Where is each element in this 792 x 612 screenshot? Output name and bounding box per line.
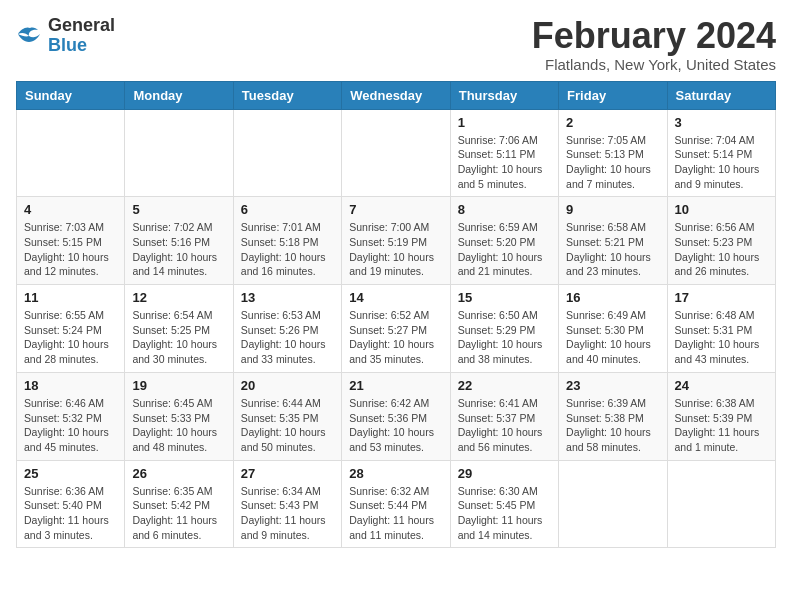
calendar-cell [125, 109, 233, 197]
day-info: Sunrise: 6:48 AM Sunset: 5:31 PM Dayligh… [675, 308, 768, 367]
day-info: Sunrise: 6:44 AM Sunset: 5:35 PM Dayligh… [241, 396, 334, 455]
day-number: 10 [675, 202, 768, 217]
day-number: 20 [241, 378, 334, 393]
calendar-cell: 24Sunrise: 6:38 AM Sunset: 5:39 PM Dayli… [667, 372, 775, 460]
day-number: 18 [24, 378, 117, 393]
day-info: Sunrise: 6:49 AM Sunset: 5:30 PM Dayligh… [566, 308, 659, 367]
day-info: Sunrise: 6:41 AM Sunset: 5:37 PM Dayligh… [458, 396, 551, 455]
day-number: 5 [132, 202, 225, 217]
calendar-week-1: 1Sunrise: 7:06 AM Sunset: 5:11 PM Daylig… [17, 109, 776, 197]
calendar-cell: 9Sunrise: 6:58 AM Sunset: 5:21 PM Daylig… [559, 197, 667, 285]
day-info: Sunrise: 6:53 AM Sunset: 5:26 PM Dayligh… [241, 308, 334, 367]
calendar-cell [667, 460, 775, 548]
day-info: Sunrise: 6:32 AM Sunset: 5:44 PM Dayligh… [349, 484, 442, 543]
day-info: Sunrise: 6:54 AM Sunset: 5:25 PM Dayligh… [132, 308, 225, 367]
day-info: Sunrise: 7:05 AM Sunset: 5:13 PM Dayligh… [566, 133, 659, 192]
day-info: Sunrise: 6:34 AM Sunset: 5:43 PM Dayligh… [241, 484, 334, 543]
logo-text: General Blue [48, 16, 115, 56]
calendar-cell: 12Sunrise: 6:54 AM Sunset: 5:25 PM Dayli… [125, 285, 233, 373]
day-info: Sunrise: 7:03 AM Sunset: 5:15 PM Dayligh… [24, 220, 117, 279]
calendar-cell: 28Sunrise: 6:32 AM Sunset: 5:44 PM Dayli… [342, 460, 450, 548]
calendar-cell: 18Sunrise: 6:46 AM Sunset: 5:32 PM Dayli… [17, 372, 125, 460]
calendar-cell: 3Sunrise: 7:04 AM Sunset: 5:14 PM Daylig… [667, 109, 775, 197]
day-number: 13 [241, 290, 334, 305]
day-info: Sunrise: 6:56 AM Sunset: 5:23 PM Dayligh… [675, 220, 768, 279]
weekday-header-saturday: Saturday [667, 81, 775, 109]
calendar-cell: 22Sunrise: 6:41 AM Sunset: 5:37 PM Dayli… [450, 372, 558, 460]
day-number: 4 [24, 202, 117, 217]
weekday-header-tuesday: Tuesday [233, 81, 341, 109]
calendar-cell: 7Sunrise: 7:00 AM Sunset: 5:19 PM Daylig… [342, 197, 450, 285]
day-number: 1 [458, 115, 551, 130]
calendar-cell: 25Sunrise: 6:36 AM Sunset: 5:40 PM Dayli… [17, 460, 125, 548]
logo-bird-icon [16, 24, 44, 48]
day-info: Sunrise: 6:50 AM Sunset: 5:29 PM Dayligh… [458, 308, 551, 367]
day-info: Sunrise: 6:58 AM Sunset: 5:21 PM Dayligh… [566, 220, 659, 279]
day-info: Sunrise: 6:55 AM Sunset: 5:24 PM Dayligh… [24, 308, 117, 367]
weekday-header-friday: Friday [559, 81, 667, 109]
calendar-week-4: 18Sunrise: 6:46 AM Sunset: 5:32 PM Dayli… [17, 372, 776, 460]
day-info: Sunrise: 6:39 AM Sunset: 5:38 PM Dayligh… [566, 396, 659, 455]
calendar-cell [17, 109, 125, 197]
calendar-cell [342, 109, 450, 197]
calendar-cell [559, 460, 667, 548]
month-title: February 2024 [532, 16, 776, 56]
day-info: Sunrise: 7:01 AM Sunset: 5:18 PM Dayligh… [241, 220, 334, 279]
calendar-cell: 23Sunrise: 6:39 AM Sunset: 5:38 PM Dayli… [559, 372, 667, 460]
calendar-table: SundayMondayTuesdayWednesdayThursdayFrid… [16, 81, 776, 549]
day-number: 25 [24, 466, 117, 481]
day-info: Sunrise: 6:45 AM Sunset: 5:33 PM Dayligh… [132, 396, 225, 455]
calendar-week-3: 11Sunrise: 6:55 AM Sunset: 5:24 PM Dayli… [17, 285, 776, 373]
day-info: Sunrise: 6:38 AM Sunset: 5:39 PM Dayligh… [675, 396, 768, 455]
calendar-cell: 5Sunrise: 7:02 AM Sunset: 5:16 PM Daylig… [125, 197, 233, 285]
day-info: Sunrise: 6:35 AM Sunset: 5:42 PM Dayligh… [132, 484, 225, 543]
day-number: 11 [24, 290, 117, 305]
calendar-cell: 17Sunrise: 6:48 AM Sunset: 5:31 PM Dayli… [667, 285, 775, 373]
logo: General Blue [16, 16, 115, 56]
calendar-cell: 13Sunrise: 6:53 AM Sunset: 5:26 PM Dayli… [233, 285, 341, 373]
title-block: February 2024 Flatlands, New York, Unite… [532, 16, 776, 73]
day-number: 8 [458, 202, 551, 217]
day-number: 22 [458, 378, 551, 393]
calendar-cell: 29Sunrise: 6:30 AM Sunset: 5:45 PM Dayli… [450, 460, 558, 548]
calendar-cell: 26Sunrise: 6:35 AM Sunset: 5:42 PM Dayli… [125, 460, 233, 548]
day-number: 28 [349, 466, 442, 481]
day-number: 24 [675, 378, 768, 393]
calendar-cell: 21Sunrise: 6:42 AM Sunset: 5:36 PM Dayli… [342, 372, 450, 460]
day-number: 23 [566, 378, 659, 393]
calendar-cell: 8Sunrise: 6:59 AM Sunset: 5:20 PM Daylig… [450, 197, 558, 285]
calendar-cell: 20Sunrise: 6:44 AM Sunset: 5:35 PM Dayli… [233, 372, 341, 460]
calendar-cell [233, 109, 341, 197]
day-number: 6 [241, 202, 334, 217]
day-number: 27 [241, 466, 334, 481]
day-number: 12 [132, 290, 225, 305]
calendar-week-2: 4Sunrise: 7:03 AM Sunset: 5:15 PM Daylig… [17, 197, 776, 285]
day-info: Sunrise: 6:36 AM Sunset: 5:40 PM Dayligh… [24, 484, 117, 543]
calendar-cell: 19Sunrise: 6:45 AM Sunset: 5:33 PM Dayli… [125, 372, 233, 460]
weekday-header-sunday: Sunday [17, 81, 125, 109]
day-number: 26 [132, 466, 225, 481]
day-number: 9 [566, 202, 659, 217]
day-number: 3 [675, 115, 768, 130]
day-number: 17 [675, 290, 768, 305]
day-info: Sunrise: 7:06 AM Sunset: 5:11 PM Dayligh… [458, 133, 551, 192]
day-info: Sunrise: 7:04 AM Sunset: 5:14 PM Dayligh… [675, 133, 768, 192]
calendar-cell: 10Sunrise: 6:56 AM Sunset: 5:23 PM Dayli… [667, 197, 775, 285]
page-header: General Blue February 2024 Flatlands, Ne… [16, 16, 776, 73]
calendar-cell: 1Sunrise: 7:06 AM Sunset: 5:11 PM Daylig… [450, 109, 558, 197]
day-number: 16 [566, 290, 659, 305]
calendar-cell: 4Sunrise: 7:03 AM Sunset: 5:15 PM Daylig… [17, 197, 125, 285]
weekday-header-thursday: Thursday [450, 81, 558, 109]
day-info: Sunrise: 6:52 AM Sunset: 5:27 PM Dayligh… [349, 308, 442, 367]
calendar-cell: 11Sunrise: 6:55 AM Sunset: 5:24 PM Dayli… [17, 285, 125, 373]
day-info: Sunrise: 6:30 AM Sunset: 5:45 PM Dayligh… [458, 484, 551, 543]
calendar-cell: 15Sunrise: 6:50 AM Sunset: 5:29 PM Dayli… [450, 285, 558, 373]
day-info: Sunrise: 6:42 AM Sunset: 5:36 PM Dayligh… [349, 396, 442, 455]
location: Flatlands, New York, United States [532, 56, 776, 73]
calendar-cell: 2Sunrise: 7:05 AM Sunset: 5:13 PM Daylig… [559, 109, 667, 197]
calendar-cell: 14Sunrise: 6:52 AM Sunset: 5:27 PM Dayli… [342, 285, 450, 373]
day-info: Sunrise: 6:59 AM Sunset: 5:20 PM Dayligh… [458, 220, 551, 279]
weekday-header-monday: Monday [125, 81, 233, 109]
day-number: 7 [349, 202, 442, 217]
day-info: Sunrise: 7:00 AM Sunset: 5:19 PM Dayligh… [349, 220, 442, 279]
